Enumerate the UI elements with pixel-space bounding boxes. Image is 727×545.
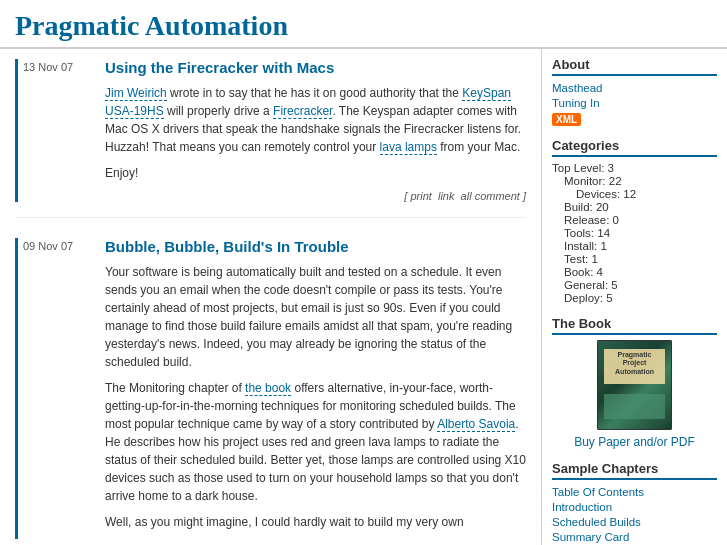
summary-card-link[interactable]: Summary Card — [552, 531, 629, 543]
about-links-list: Masthead Tuning In XML — [552, 81, 717, 126]
article-1-title: Using the Firecracker with Macs — [105, 59, 526, 76]
sample-scheduled: Scheduled Builds — [552, 515, 717, 529]
alberto-link[interactable]: Alberto Savoia — [437, 417, 515, 432]
article-2-para-1: Your software is being automatically bui… — [105, 263, 526, 371]
cat-book: Book: 4 — [552, 266, 717, 278]
sample-intro: Introduction — [552, 500, 717, 514]
toc-link[interactable]: Table Of Contents — [552, 486, 644, 498]
book-cover-image: Pragmatic Project Automation — [597, 340, 672, 430]
book-buy-wrapper: Buy Paper and/or PDF — [552, 435, 717, 449]
book-section: The Book Pragmatic Project Automation Bu… — [552, 316, 717, 449]
cat-deploy: Deploy: 5 — [552, 292, 717, 304]
print-link[interactable]: print — [410, 190, 431, 202]
article-1-date: 13 Nov 07 — [15, 59, 95, 202]
article-2-para-3: Well, as you might imagine, I could hard… — [105, 513, 526, 531]
the-book-link[interactable]: the book — [245, 381, 291, 396]
about-link-tuning: Tuning In — [552, 96, 717, 110]
cat-install: Install: 1 — [552, 240, 717, 252]
firecracker-link[interactable]: Firecracker — [273, 104, 332, 119]
cat-build: Build: 20 — [552, 201, 717, 213]
site-title: Pragmatic Automation — [15, 10, 712, 42]
article-2-para-2: The Monitoring chapter of the book offer… — [105, 379, 526, 505]
about-link-masthead: Masthead — [552, 81, 717, 95]
article-1-body: Using the Firecracker with Macs Jim Weir… — [95, 59, 526, 202]
comment-link[interactable]: all comment — [461, 190, 520, 202]
sample-toc: Table Of Contents — [552, 485, 717, 499]
lava-lamps-link[interactable]: lava lamps — [380, 140, 437, 155]
cat-general: General: 5 — [552, 279, 717, 291]
site-header: Pragmatic Automation — [0, 0, 727, 49]
article-1-title-link[interactable]: Using the Firecracker with Macs — [105, 59, 334, 76]
book-title: The Book — [552, 316, 717, 335]
cat-test: Test: 1 — [552, 253, 717, 265]
about-section: About Masthead Tuning In XML — [552, 57, 717, 126]
article-1-footer: [ print link all comment ] — [105, 190, 526, 202]
intro-link[interactable]: Introduction — [552, 501, 612, 513]
book-title-overlay: Pragmatic Project Automation — [606, 351, 663, 376]
categories-section: Categories Top Level: 3 Monitor: 22 Devi… — [552, 138, 717, 304]
article-1-para-2: Enjoy! — [105, 164, 526, 182]
xml-badge-item: XML — [552, 111, 717, 126]
article-1-para-1: Jim Weirich wrote in to say that he has … — [105, 84, 526, 156]
main-layout: 13 Nov 07 Using the Firecracker with Mac… — [0, 49, 727, 545]
cat-devices: Devices: 12 — [552, 188, 717, 200]
cat-top-level: Top Level: 3 — [552, 162, 717, 174]
cat-tools: Tools: 14 — [552, 227, 717, 239]
categories-title: Categories — [552, 138, 717, 157]
jim-weirich-link[interactable]: Jim Weirich — [105, 86, 167, 101]
article-2-title-link[interactable]: Bubble, Bubble, Build's In Trouble — [105, 238, 349, 255]
sample-section: Sample Chapters Table Of Contents Introd… — [552, 461, 717, 544]
scheduled-builds-link[interactable]: Scheduled Builds — [552, 516, 641, 528]
article-1: 13 Nov 07 Using the Firecracker with Mac… — [15, 59, 526, 218]
tuning-in-link[interactable]: Tuning In — [552, 97, 600, 109]
cat-release: Release: 0 — [552, 214, 717, 226]
article-2-body: Bubble, Bubble, Build's In Trouble Your … — [95, 238, 526, 539]
sidebar: About Masthead Tuning In XML Categories … — [542, 49, 727, 545]
content-area: 13 Nov 07 Using the Firecracker with Mac… — [0, 49, 542, 545]
book-wrapper: Pragmatic Project Automation — [552, 340, 717, 430]
masthead-link[interactable]: Masthead — [552, 82, 603, 94]
sample-summary: Summary Card — [552, 530, 717, 544]
article-2-date: 09 Nov 07 — [15, 238, 95, 539]
link-link[interactable]: link — [438, 190, 455, 202]
xml-badge[interactable]: XML — [552, 113, 581, 126]
sample-links-list: Table Of Contents Introduction Scheduled… — [552, 485, 717, 544]
about-title: About — [552, 57, 717, 76]
buy-book-link[interactable]: Buy Paper and/or PDF — [574, 435, 695, 449]
cat-monitor: Monitor: 22 — [552, 175, 717, 187]
categories-list: Top Level: 3 Monitor: 22 Devices: 12 Bui… — [552, 162, 717, 304]
article-2-title: Bubble, Bubble, Build's In Trouble — [105, 238, 526, 255]
sample-title: Sample Chapters — [552, 461, 717, 480]
article-2: 09 Nov 07 Bubble, Bubble, Build's In Tro… — [15, 238, 526, 545]
